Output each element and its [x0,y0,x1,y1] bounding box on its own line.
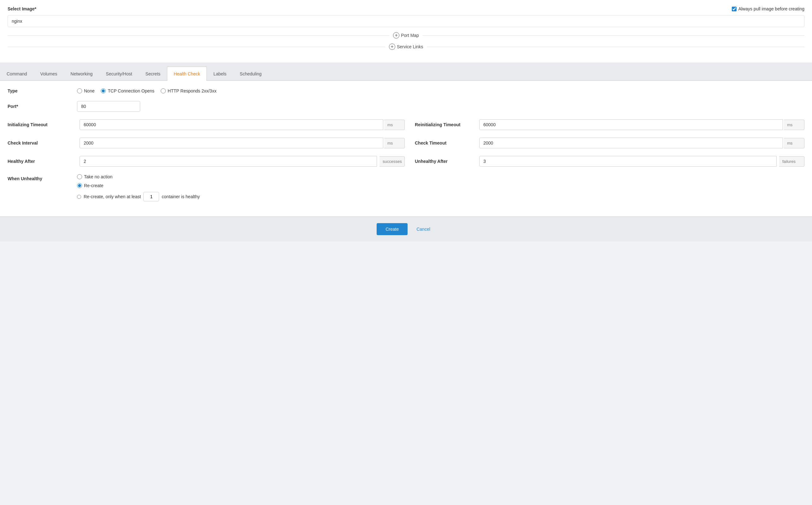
always-pull-label: Always pull image before creating [739,6,804,11]
reinit-timeout-input[interactable] [479,119,783,130]
healthy-after-input[interactable] [79,156,377,167]
init-timeout-input[interactable] [79,119,383,130]
section-divider [0,62,812,66]
service-links-divider-right [427,47,804,47]
check-timeout-input[interactable] [479,138,783,148]
type-row: Type None TCP Connection Opens HTTP Resp… [8,89,804,94]
type-none-option[interactable]: None [77,89,95,94]
type-http-option[interactable]: HTTP Responds 2xx/3xx [161,89,216,94]
check-interval-label: Check Interval [8,141,77,146]
type-tcp-radio[interactable] [101,89,106,94]
tab-healthcheck[interactable]: Health Check [167,66,207,81]
recreate-only-radio[interactable] [77,195,81,199]
healthy-after-unit: successes [379,156,405,167]
init-timeout-unit: ms [384,120,405,130]
check-timeout-unit: ms [784,138,804,148]
type-none-radio[interactable] [77,89,82,94]
no-action-label: Take no action [84,174,112,179]
unhealthy-after-label: Unhealthy After [407,159,477,164]
port-label: Port* [8,104,77,109]
type-tcp-label: TCP Connection Opens [108,89,154,94]
recreate-only-suffix: container is healthy [162,194,200,199]
tab-command[interactable]: Command [0,66,34,81]
recreate-radio[interactable] [77,183,82,188]
port-map-divider-left [8,35,389,36]
port-map-label: Port Map [401,33,419,38]
tab-volumes[interactable]: Volumes [34,66,64,81]
type-http-label: HTTP Responds 2xx/3xx [168,89,216,94]
recreate-option[interactable]: Re-create [77,183,200,188]
select-image-label: Select Image* [8,6,36,11]
init-timeout-label: Initializing Timeout [8,122,77,127]
service-links-divider-left [8,47,385,47]
always-pull-checkbox[interactable] [732,7,737,11]
tab-security[interactable]: Security/Host [99,66,139,81]
footer: Create Cancel [0,216,812,241]
service-links-plus-icon: + [389,43,395,50]
service-links-button[interactable]: + Service Links [389,43,423,50]
port-map-plus-icon: + [393,32,399,38]
reinit-timeout-unit: ms [784,120,804,130]
unhealthy-after-unit: failures [779,156,804,167]
image-input[interactable] [8,15,804,27]
type-none-label: None [84,89,95,94]
check-interval-unit: ms [384,138,405,148]
port-row: Port* [8,101,804,112]
port-map-button[interactable]: + Port Map [393,32,419,38]
tabs-bar: Command Volumes Networking Security/Host… [0,66,812,81]
recreate-label: Re-create [84,183,103,188]
tab-secrets[interactable]: Secrets [139,66,167,81]
type-tcp-option[interactable]: TCP Connection Opens [101,89,154,94]
tab-scheduling[interactable]: Scheduling [233,66,268,81]
check-timeout-label: Check Timeout [407,141,477,146]
tab-labels[interactable]: Labels [207,66,233,81]
type-radio-group: None TCP Connection Opens HTTP Responds … [77,89,216,94]
form-section: Type None TCP Connection Opens HTTP Resp… [0,81,812,216]
port-input[interactable] [77,101,140,112]
type-http-radio[interactable] [161,89,166,94]
recreate-only-prefix: Re-create, only when at least [84,194,141,199]
create-button[interactable]: Create [377,223,408,235]
check-interval-input[interactable] [79,138,383,148]
type-label: Type [8,89,77,94]
when-unhealthy-options: Take no action Re-create Re-create, only… [77,174,200,201]
cancel-button[interactable]: Cancel [412,223,435,235]
unhealthy-after-input[interactable] [479,156,777,167]
recreate-only-row: Re-create, only when at least container … [77,192,200,201]
no-action-option[interactable]: Take no action [77,174,200,179]
no-action-radio[interactable] [77,174,82,179]
tab-networking[interactable]: Networking [64,66,99,81]
when-unhealthy-label: When Unhealthy [8,174,77,181]
port-map-divider-right [423,35,804,36]
recreate-only-count-input[interactable] [143,192,159,201]
healthy-after-label: Healthy After [8,159,77,164]
service-links-label: Service Links [397,44,423,49]
reinit-timeout-label: Reinitializing Timeout [407,122,477,127]
